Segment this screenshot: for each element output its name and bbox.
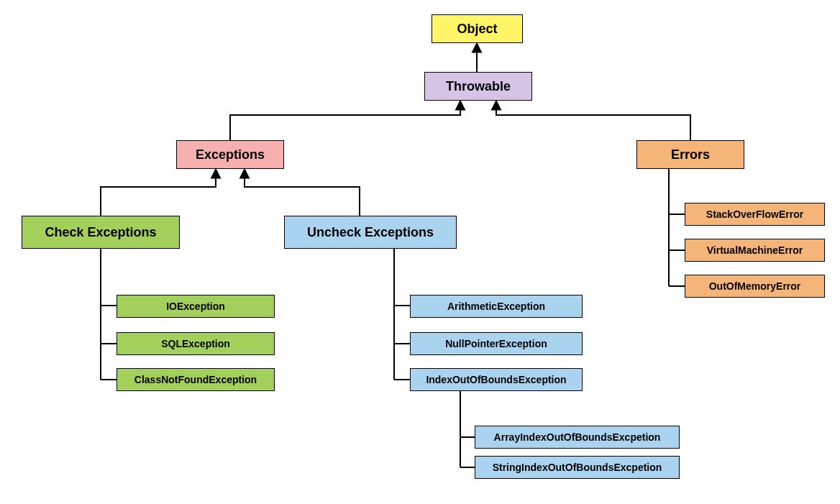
node-throwable: Throwable (424, 72, 532, 101)
node-ioexception: IOException (117, 295, 275, 318)
node-arithmetic: ArithmeticException (410, 295, 583, 318)
node-stringindexoob: StringIndexOutOfBoundsExcpetion (475, 456, 680, 479)
node-outofmemory: OutOfMemoryError (685, 275, 825, 298)
node-object: Object (432, 14, 523, 43)
node-indexoutofbounds: IndexOutOfBoundsException (410, 368, 583, 391)
node-errors: Errors (636, 140, 744, 169)
node-check-exceptions: Check Exceptions (22, 216, 180, 249)
node-arrayindexoob: ArrayIndexOutOfBoundsExcpetion (475, 426, 680, 449)
node-virtualmachine: VirtualMachineError (685, 239, 825, 262)
node-uncheck-exceptions: Uncheck Exceptions (284, 216, 457, 249)
node-sqlexception: SQLException (117, 332, 275, 355)
node-nullpointer: NullPointerException (410, 332, 583, 355)
node-classnotfound: ClassNotFoundException (117, 368, 275, 391)
node-exceptions: Exceptions (176, 140, 284, 169)
node-stackoverflow: StackOverFlowError (685, 203, 825, 226)
